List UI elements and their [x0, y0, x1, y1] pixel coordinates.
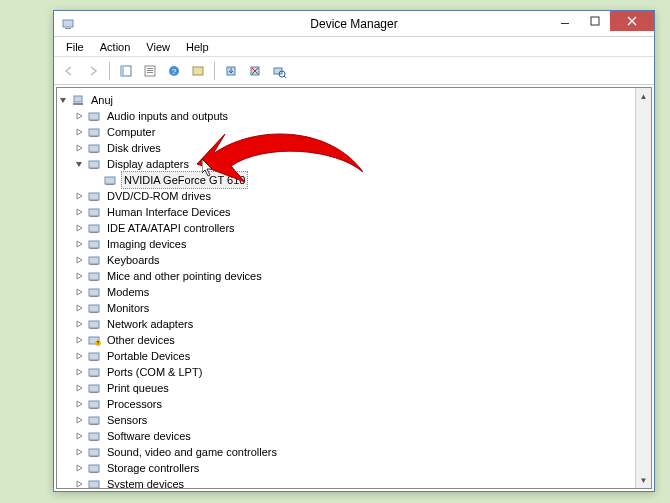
svg-rect-31	[89, 209, 99, 216]
properties-button[interactable]	[139, 60, 161, 82]
svg-rect-41	[89, 289, 99, 296]
monitors-icon	[87, 301, 103, 315]
tree-toggle[interactable]	[75, 208, 87, 217]
tree-toggle[interactable]	[75, 432, 87, 441]
tree-toggle[interactable]	[75, 272, 87, 281]
tree-item-sound-video-and-game-controllers[interactable]: Sound, video and game controllers	[59, 444, 633, 460]
tree-toggle[interactable]	[75, 400, 87, 409]
tree-item-monitors[interactable]: Monitors	[59, 300, 633, 316]
tree-item-storage-controllers[interactable]: Storage controllers	[59, 460, 633, 476]
svg-rect-12	[193, 67, 203, 75]
tree-item-ide-ata-atapi-controllers[interactable]: IDE ATA/ATAPI controllers	[59, 220, 633, 236]
tree-toggle[interactable]	[75, 256, 87, 265]
tree-item-computer[interactable]: Computer	[59, 124, 633, 140]
tree-item-system-devices[interactable]: System devices	[59, 476, 633, 488]
tree-toggle[interactable]	[75, 288, 87, 297]
tree-item-sensors[interactable]: Sensors	[59, 412, 633, 428]
tree-item-processors[interactable]: Processors	[59, 396, 633, 412]
tree-item-label: Disk drives	[105, 140, 163, 156]
window-controls	[550, 11, 654, 36]
window-title: Device Manager	[310, 17, 397, 31]
tree-toggle[interactable]	[75, 240, 87, 249]
tree-toggle[interactable]	[75, 192, 87, 201]
modems-icon	[87, 285, 103, 299]
app-icon	[60, 16, 76, 32]
update-driver-button[interactable]	[220, 60, 242, 82]
svg-rect-63	[90, 456, 98, 457]
maximize-button[interactable]	[580, 11, 610, 31]
view-button[interactable]	[187, 60, 209, 82]
tree-item-display-adapters[interactable]: Display adapters	[59, 156, 633, 172]
svg-rect-24	[90, 152, 98, 153]
software-devices-icon	[87, 429, 103, 443]
tree-item-human-interface-devices[interactable]: Human Interface Devices	[59, 204, 633, 220]
tree-item-software-devices[interactable]: Software devices	[59, 428, 633, 444]
device-tree[interactable]: AnujAudio inputs and outputsComputerDisk…	[57, 88, 635, 488]
svg-rect-66	[89, 481, 99, 488]
tree-item-label: Processors	[105, 396, 164, 412]
svg-rect-20	[90, 120, 98, 121]
tree-toggle[interactable]	[75, 304, 87, 313]
uninstall-button[interactable]	[244, 60, 266, 82]
tree-item-other-devices[interactable]: ?Other devices	[59, 332, 633, 348]
tree-item-print-queues[interactable]: Print queues	[59, 380, 633, 396]
scan-hardware-button[interactable]	[268, 60, 290, 82]
tree-toggle[interactable]	[75, 336, 87, 345]
svg-rect-36	[90, 248, 98, 249]
menu-action[interactable]: Action	[92, 39, 139, 55]
minimize-button[interactable]	[550, 11, 580, 31]
svg-rect-21	[89, 129, 99, 136]
back-button[interactable]	[58, 60, 80, 82]
tree-item-dvd-cd-rom-drives[interactable]: DVD/CD-ROM drives	[59, 188, 633, 204]
tree-item-keyboards[interactable]: Keyboards	[59, 252, 633, 268]
tree-item-nvidia[interactable]: NVIDIA GeForce GT 610	[59, 172, 633, 188]
close-button[interactable]	[610, 11, 654, 31]
tree-toggle[interactable]	[59, 96, 71, 105]
svg-rect-25	[89, 161, 99, 168]
svg-rect-2	[561, 23, 569, 24]
svg-rect-35	[89, 241, 99, 248]
tree-toggle[interactable]	[75, 112, 87, 121]
tree-toggle[interactable]	[75, 320, 87, 329]
tree-toggle[interactable]	[75, 128, 87, 137]
svg-rect-46	[90, 328, 98, 329]
forward-button[interactable]	[82, 60, 104, 82]
tree-toggle[interactable]	[75, 384, 87, 393]
scroll-down-button[interactable]: ▼	[636, 472, 651, 488]
tree-toggle[interactable]	[75, 352, 87, 361]
tree-item-mice-and-other-pointing-devices[interactable]: Mice and other pointing devices	[59, 268, 633, 284]
sensors-icon	[87, 413, 103, 427]
help-button[interactable]: ?	[163, 60, 185, 82]
tree-item-label: System devices	[105, 476, 186, 488]
svg-rect-45	[89, 321, 99, 328]
tree-item-modems[interactable]: Modems	[59, 284, 633, 300]
tree-item-audio-inputs-and-outputs[interactable]: Audio inputs and outputs	[59, 108, 633, 124]
vertical-scrollbar[interactable]: ▲ ▼	[635, 88, 651, 488]
tree-toggle[interactable]	[75, 368, 87, 377]
menu-file[interactable]: File	[58, 39, 92, 55]
tree-item-ports-com-lpt-[interactable]: Ports (COM & LPT)	[59, 364, 633, 380]
tree-item-imaging-devices[interactable]: Imaging devices	[59, 236, 633, 252]
menu-help[interactable]: Help	[178, 39, 217, 55]
tree-toggle[interactable]	[75, 144, 87, 153]
svg-rect-8	[147, 70, 153, 71]
tree-item-portable-devices[interactable]: Portable Devices	[59, 348, 633, 364]
scroll-up-button[interactable]: ▲	[636, 88, 651, 104]
svg-rect-34	[90, 232, 98, 233]
show-hide-tree-button[interactable]	[115, 60, 137, 82]
tree-toggle[interactable]	[75, 464, 87, 473]
svg-rect-53	[90, 376, 98, 377]
tree-toggle[interactable]	[75, 416, 87, 425]
svg-rect-65	[90, 472, 98, 473]
tree-toggle[interactable]	[75, 160, 87, 169]
tree-toggle[interactable]	[75, 224, 87, 233]
tree-toggle[interactable]	[75, 480, 87, 489]
svg-rect-18	[73, 103, 83, 105]
tree-toggle[interactable]	[75, 448, 87, 457]
print-queues-icon	[87, 381, 103, 395]
display-adapters-icon	[87, 157, 103, 171]
tree-item-disk-drives[interactable]: Disk drives	[59, 140, 633, 156]
menu-view[interactable]: View	[138, 39, 178, 55]
tree-item-network-adapters[interactable]: Network adapters	[59, 316, 633, 332]
tree-root[interactable]: Anuj	[59, 92, 633, 108]
